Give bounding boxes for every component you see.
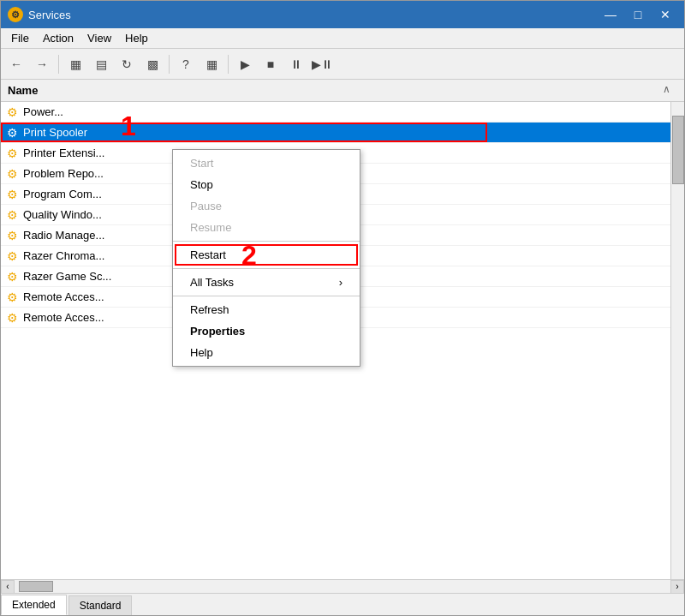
toolbar-btn-4[interactable]: ▩ <box>140 52 164 76</box>
ctx-refresh-label: Refresh <box>190 303 229 316</box>
column-name-header: Name <box>4 84 176 97</box>
back-button[interactable]: ← <box>4 52 28 76</box>
menu-view[interactable]: View <box>80 30 118 46</box>
service-name: Program Com... <box>23 188 169 200</box>
services-table: Name ∧ ⚙ Power... ⚙ Print Spooler <box>1 80 684 593</box>
service-icon: ⚙ <box>4 248 20 264</box>
restart-toolbar-button[interactable]: ▶⏸ <box>310 52 334 76</box>
ctx-separator-2 <box>173 268 360 269</box>
content-wrapper: Name ∧ ⚙ Power... ⚙ Print Spooler <box>1 80 684 615</box>
service-name: Remote Acces... <box>23 290 169 303</box>
tab-standard[interactable]: Standard <box>68 595 133 615</box>
ctx-all-tasks-arrow: › <box>339 276 342 289</box>
service-icon: ⚙ <box>4 228 20 243</box>
ctx-stop[interactable]: Stop <box>173 174 360 195</box>
close-button[interactable]: ✕ <box>653 5 677 24</box>
ctx-separator-3 <box>173 296 360 296</box>
service-name: Razer Chroma... <box>23 249 169 262</box>
service-name: Printer Extensi... <box>23 147 169 159</box>
ctx-restart-label: Restart <box>190 248 226 261</box>
service-icon: ⚙ <box>4 187 20 202</box>
scroll-track <box>15 580 670 593</box>
ctx-resume: Resume <box>173 217 360 238</box>
ctx-restart[interactable]: Restart 2 <box>173 244 360 266</box>
table-row-print-spooler[interactable]: ⚙ Print Spooler <box>1 123 684 143</box>
ctx-help-label: Help <box>190 346 213 359</box>
service-name: Quality Windo... <box>23 208 169 221</box>
ctx-separator-1 <box>173 241 360 242</box>
toolbar-btn-1[interactable]: ▦ <box>63 52 87 76</box>
scrollbar-thumb[interactable] <box>672 116 684 184</box>
service-icon: ⚙ <box>4 310 20 326</box>
ctx-stop-label: Stop <box>190 178 213 191</box>
service-name: Razer Game Sc... <box>23 270 169 283</box>
window-title: Services <box>28 9 599 21</box>
service-icon: ⚙ <box>4 146 20 161</box>
ctx-all-tasks-label: All Tasks <box>190 276 234 289</box>
ctx-resume-label: Resume <box>190 221 231 234</box>
ctx-pause-label: Pause <box>190 200 222 212</box>
ctx-start[interactable]: Start <box>173 153 360 174</box>
service-icon: ⚙ <box>4 166 20 182</box>
table-header: Name ∧ <box>1 80 684 102</box>
toolbar-btn-help[interactable]: ? <box>174 52 198 76</box>
table-body: ⚙ Power... ⚙ Print Spooler ⚙ Printer Ext… <box>1 102 684 579</box>
scroll-thumb[interactable] <box>19 581 53 592</box>
service-name: Remote Acces... <box>23 311 169 324</box>
play-button[interactable]: ▶ <box>233 52 257 76</box>
service-name: Problem Repo... <box>23 167 169 180</box>
main-content: Name ∧ ⚙ Power... ⚙ Print Spooler <box>1 80 684 593</box>
menu-help[interactable]: Help <box>118 30 155 46</box>
table-row[interactable]: ⚙ Power... <box>1 102 684 123</box>
service-icon: ⚙ <box>4 269 20 284</box>
toolbar: ← → ▦ ▤ ↻ ▩ ? ▦ ▶ ■ ⏸ ▶⏸ <box>1 49 684 80</box>
scroll-right-button[interactable]: › <box>670 580 684 594</box>
service-name: Radio Manage... <box>23 229 169 242</box>
services-window: ⚙ Services — □ ✕ File Action View Help ←… <box>0 0 685 616</box>
separator-2 <box>169 55 170 74</box>
window-controls: — □ ✕ <box>599 5 677 24</box>
ctx-start-label: Start <box>190 157 213 170</box>
service-icon: ⚙ <box>4 207 20 223</box>
title-bar: ⚙ Services — □ ✕ <box>1 1 684 28</box>
forward-button[interactable]: → <box>30 52 54 76</box>
app-icon: ⚙ <box>8 7 23 22</box>
menu-bar: File Action View Help <box>1 28 684 49</box>
maximize-button[interactable]: □ <box>626 5 650 24</box>
ctx-pause: Pause <box>173 195 360 217</box>
separator-3 <box>228 55 229 74</box>
service-icon: ⚙ <box>4 105 20 120</box>
ctx-properties-label: Properties <box>190 325 245 338</box>
menu-action[interactable]: Action <box>36 30 80 46</box>
toolbar-btn-5[interactable]: ▦ <box>200 52 223 76</box>
toolbar-btn-2[interactable]: ▤ <box>89 52 113 76</box>
scroll-left-button[interactable]: ‹ <box>1 580 15 594</box>
tab-extended[interactable]: Extended <box>1 595 67 615</box>
horizontal-scrollbar[interactable]: ‹ › <box>1 579 684 593</box>
service-name: Power... <box>23 105 169 118</box>
context-menu: Start Stop Pause Resume <box>172 149 360 367</box>
menu-file[interactable]: File <box>4 30 36 46</box>
separator-1 <box>58 55 59 74</box>
ctx-help[interactable]: Help <box>173 342 360 363</box>
scroll-up-arrow[interactable]: ∧ <box>663 83 670 95</box>
bottom-tabs: Extended Standard <box>1 593 684 615</box>
pause-button[interactable]: ⏸ <box>284 52 308 76</box>
stop-button[interactable]: ■ <box>259 52 283 76</box>
service-name-print-spooler: Print Spooler <box>23 126 169 139</box>
toolbar-btn-3[interactable]: ↻ <box>115 52 139 76</box>
vertical-scrollbar[interactable] <box>670 102 684 579</box>
ctx-refresh[interactable]: Refresh <box>173 299 360 320</box>
ctx-properties[interactable]: Properties <box>173 320 360 342</box>
minimize-button[interactable]: — <box>599 5 622 24</box>
ctx-all-tasks[interactable]: All Tasks › <box>173 272 360 293</box>
service-icon: ⚙ <box>4 290 20 305</box>
annotation-2: 2 <box>241 240 257 272</box>
service-icon: ⚙ <box>4 125 20 141</box>
